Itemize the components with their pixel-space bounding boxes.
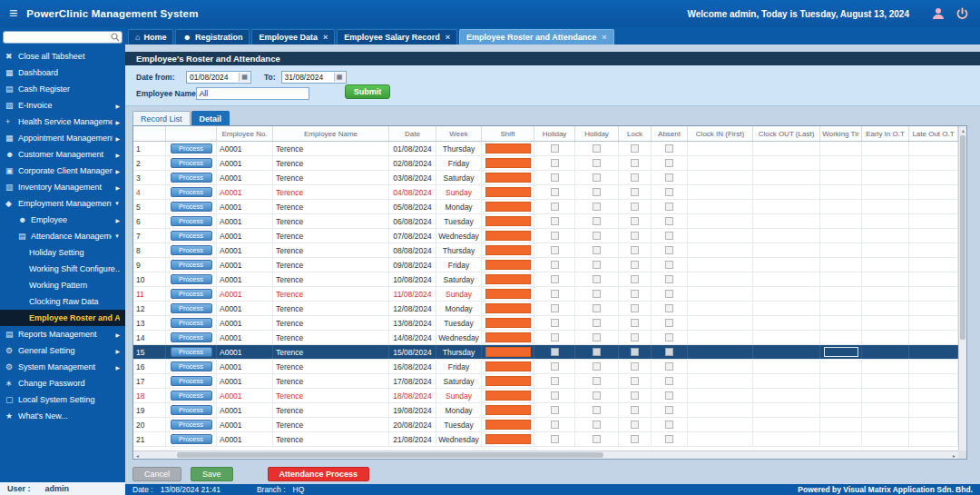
lock-checkbox[interactable] [631, 159, 639, 167]
lock-checkbox[interactable] [631, 144, 639, 153]
expand-arrow-icon[interactable]: ▼ [114, 201, 120, 206]
holiday-1-checkbox[interactable] [551, 377, 559, 385]
calendar-icon[interactable]: ▦ [239, 73, 250, 82]
absent-checkbox[interactable] [665, 290, 673, 298]
tab-employee-salary-record[interactable]: Employee Salary Record × [337, 29, 457, 45]
absent-checkbox[interactable] [665, 246, 673, 254]
holiday-2-checkbox[interactable] [593, 406, 601, 414]
holiday-1-checkbox[interactable] [551, 188, 559, 196]
table-row[interactable]: 15 Process A0001 Terence 15/08/2024 Thur… [133, 345, 958, 360]
lock-checkbox[interactable] [631, 203, 639, 211]
horizontal-scroll-thumb[interactable] [177, 452, 603, 458]
vertical-scroll-thumb[interactable] [960, 135, 965, 340]
holiday-2-checkbox[interactable] [593, 435, 601, 443]
holiday-1-checkbox[interactable] [551, 406, 559, 414]
lock-checkbox[interactable] [631, 333, 639, 342]
absent-checkbox[interactable] [665, 173, 673, 182]
holiday-2-checkbox[interactable] [593, 362, 601, 371]
header-lock[interactable]: Lock [619, 126, 652, 141]
process-button[interactable]: Process [171, 391, 212, 401]
header-holiday-1[interactable]: Holiday [534, 126, 575, 141]
shift-cell[interactable] [485, 420, 531, 430]
table-row[interactable]: 1 Process A0001 Terence 01/08/2024 Thurs… [133, 142, 958, 156]
scroll-right-icon[interactable]: ► [950, 451, 958, 460]
process-button[interactable]: Process [171, 303, 212, 313]
sidebar-item-clocking-raw-data[interactable]: Clocking Raw Data [0, 293, 125, 310]
expand-arrow-icon[interactable]: ▼ [114, 233, 120, 239]
sidebar-item-attendance-management[interactable]: ▤ Attendance Management ▼ [0, 228, 125, 244]
table-row[interactable]: 14 Process A0001 Terence 14/08/2024 Wedn… [133, 331, 958, 345]
expand-arrow-icon[interactable]: ▶ [115, 168, 120, 174]
holiday-1-checkbox[interactable] [551, 348, 559, 356]
absent-checkbox[interactable] [665, 421, 673, 429]
holiday-2-checkbox[interactable] [593, 304, 601, 312]
process-button[interactable]: Process [171, 405, 212, 415]
table-row[interactable]: 3 Process A0001 Terence 03/08/2024 Satur… [133, 171, 958, 185]
holiday-2-checkbox[interactable] [593, 261, 601, 269]
header-employee-no[interactable]: Employee No. [217, 126, 273, 141]
table-row[interactable]: 9 Process A0001 Terence 09/08/2024 Frida… [133, 258, 958, 272]
expand-arrow-icon[interactable]: ▶ [115, 119, 120, 125]
table-row[interactable]: 8 Process A0001 Terence 08/08/2024 Thurs… [133, 243, 958, 258]
sidebar-item-corporate-client-management[interactable]: ▣ Corporate Client Management ▶ [0, 163, 125, 179]
working-time-input[interactable] [824, 347, 858, 357]
sidebar-item-customer-management[interactable]: ☻ Customer Management ▶ [0, 146, 125, 163]
shift-cell[interactable] [485, 260, 531, 270]
table-row[interactable]: 6 Process A0001 Terence 06/08/2024 Tuesd… [133, 214, 958, 229]
shift-cell[interactable] [485, 158, 531, 168]
holiday-1-checkbox[interactable] [551, 333, 559, 342]
lock-checkbox[interactable] [631, 173, 639, 182]
search-icon[interactable] [111, 33, 120, 42]
expand-arrow-icon[interactable]: ▶ [115, 364, 120, 371]
table-row[interactable]: 19 Process A0001 Terence 19/08/2024 Mond… [133, 403, 958, 418]
table-row[interactable]: 20 Process A0001 Terence 20/08/2024 Tues… [133, 418, 958, 432]
header-shift[interactable]: Shift [482, 126, 534, 141]
save-button[interactable]: Save [191, 467, 233, 481]
holiday-2-checkbox[interactable] [593, 232, 601, 240]
table-row[interactable]: 10 Process A0001 Terence 10/08/2024 Satu… [133, 272, 958, 287]
sidebar-item-health-service-management[interactable]: + Health Service Management ▶ [0, 114, 125, 130]
header-early-in-ot[interactable]: Early In O.T [862, 126, 909, 141]
sidebar-item-cash-register[interactable]: ▤ Cash Register [0, 81, 125, 97]
sidebar-item-change-password[interactable]: ∗ Change Password [0, 375, 125, 391]
process-button[interactable]: Process [171, 318, 212, 328]
shift-cell[interactable] [485, 216, 531, 226]
table-row[interactable]: 21 Process A0001 Terence 21/08/2024 Wedn… [133, 432, 958, 447]
lock-checkbox[interactable] [631, 217, 639, 225]
holiday-1-checkbox[interactable] [551, 217, 559, 225]
power-logout-icon[interactable] [953, 5, 971, 23]
expand-arrow-icon[interactable]: ▶ [115, 152, 120, 158]
sidebar-search-input[interactable] [3, 31, 122, 44]
absent-checkbox[interactable] [665, 217, 673, 225]
lock-checkbox[interactable] [631, 188, 639, 196]
shift-cell[interactable] [485, 303, 531, 313]
sidebar-item-employment-management[interactable]: ◆ Employment Management ▼ [0, 195, 125, 212]
sidebar-item-appointment-management[interactable]: ▦ Appointment Management ▶ [0, 130, 125, 146]
absent-checkbox[interactable] [665, 159, 673, 167]
table-row[interactable]: 13 Process A0001 Terence 13/08/2024 Tues… [133, 316, 958, 331]
process-button[interactable]: Process [171, 231, 212, 241]
tab-close-icon[interactable]: × [446, 33, 450, 42]
holiday-1-checkbox[interactable] [551, 173, 559, 182]
expand-arrow-icon[interactable]: ▶ [115, 184, 120, 191]
header-employee-name[interactable]: Employee Name [273, 126, 389, 141]
shift-cell[interactable] [485, 289, 531, 299]
absent-checkbox[interactable] [665, 188, 673, 196]
holiday-2-checkbox[interactable] [593, 203, 601, 211]
absent-checkbox[interactable] [665, 348, 673, 356]
header-holiday-2[interactable]: Holiday [575, 126, 619, 141]
shift-cell[interactable] [485, 187, 531, 197]
attendance-process-button[interactable]: Attendance Process [268, 467, 370, 481]
tab-employee-data[interactable]: Employee Data × [251, 29, 335, 45]
holiday-1-checkbox[interactable] [551, 159, 559, 167]
holiday-1-checkbox[interactable] [551, 232, 559, 240]
holiday-2-checkbox[interactable] [593, 348, 601, 356]
absent-checkbox[interactable] [665, 319, 673, 327]
lock-checkbox[interactable] [631, 348, 639, 356]
sidebar-item-dashboard[interactable]: ▦ Dashboard [0, 64, 125, 81]
table-row[interactable]: 2 Process A0001 Terence 02/08/2024 Frida… [133, 156, 958, 171]
tab-close-icon[interactable]: × [323, 33, 328, 42]
shift-cell[interactable] [485, 173, 531, 183]
process-button[interactable]: Process [171, 289, 212, 299]
absent-checkbox[interactable] [665, 304, 673, 312]
